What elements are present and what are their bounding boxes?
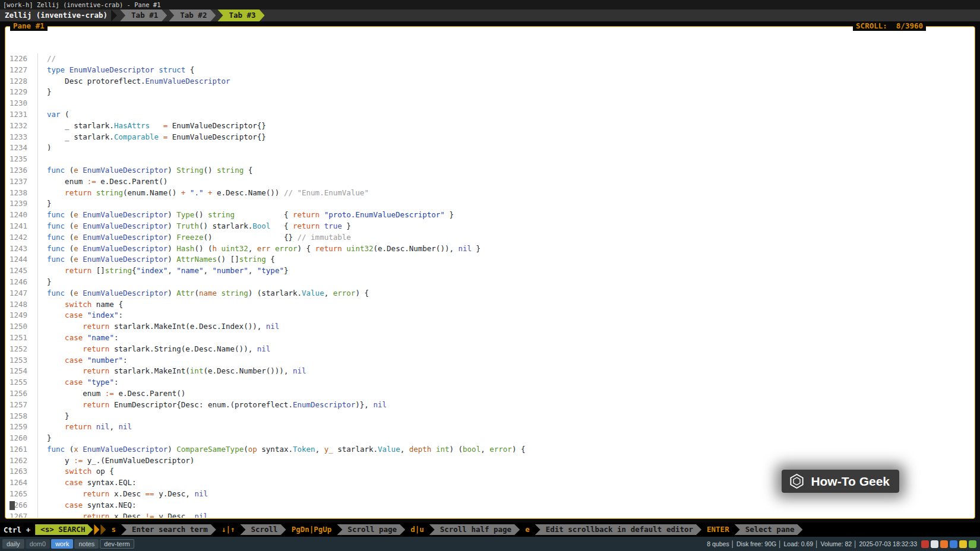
session-name: Zellij (inventive-crab)	[0, 10, 111, 21]
keybar-key-e: e	[525, 524, 530, 535]
tab-tab-1[interactable]: Tab #1	[120, 10, 167, 21]
line-number: 1235	[6, 154, 38, 165]
code-line: 1267 return x.Desc != y.Desc, nil	[6, 511, 974, 518]
tray-network-icon[interactable]	[950, 540, 957, 548]
workspace-notes[interactable]: notes	[74, 539, 99, 549]
line-number: 1255	[6, 377, 38, 388]
line-number: 1228	[6, 76, 38, 87]
code-line: 1232 _ starlark.HasAttrs = EnumValueDesc…	[6, 121, 974, 132]
code-line: 1249 case "index":	[6, 310, 974, 321]
separator-arrow-icon	[111, 10, 117, 21]
code-line: 1230	[6, 98, 974, 109]
status-right: 8 qubes │ Disk free: 90G │ Load: 0.69 │ …	[707, 540, 978, 548]
keybar-prefix: Ctrl +	[4, 525, 30, 534]
line-number: 1236	[6, 165, 38, 176]
tab-bar: Zellij (inventive-crab) Tab #1Tab #2Tab …	[0, 10, 980, 21]
code-line: 1231var (	[6, 109, 974, 121]
workspace-dev-term[interactable]: dev-term	[100, 539, 134, 549]
code-line: 1266 case syntax.NEQ:	[6, 500, 974, 511]
keybinding-bar: Ctrl + <s> SEARCH sEnter search term↓|↑S…	[0, 522, 980, 537]
system-stats: 8 qubes │ Disk free: 90G │ Load: 0.69 │ …	[707, 540, 917, 547]
line-number: 1244	[6, 254, 38, 265]
code-line: 1234)	[6, 142, 974, 154]
line-number: 1229	[6, 87, 38, 98]
code-line: 1256 enum := e.Desc.Parent()	[6, 388, 974, 400]
keybar-action-scroll-page[interactable]: Scroll page	[337, 524, 405, 535]
keybar-action-select-pane[interactable]: Select pane	[735, 524, 803, 535]
code-line: 1244func (e EnumValueDescriptor) AttrNam…	[6, 254, 974, 265]
tray-devices-icon[interactable]	[940, 540, 948, 548]
line-number: 1251	[6, 332, 38, 344]
line-number: 1226	[6, 53, 38, 65]
window-title: [work-h] Zellij (inventive-crab) - Pane …	[3, 1, 161, 8]
code-line: 1241func (e EnumValueDescriptor) Truth()…	[6, 221, 974, 232]
pane-1[interactable]: Pane #1 SCROLL: 8/3960 1226//1227type En…	[5, 26, 975, 519]
code-viewport[interactable]: 1226//1227type EnumValueDescriptor struc…	[6, 27, 974, 518]
keybar-key-s: s	[111, 524, 116, 535]
search-mode-badge[interactable]: <s> SEARCH	[35, 524, 93, 535]
keybar-action-enter-search-term[interactable]: Enter search term	[121, 524, 216, 535]
code-line: 1240func (e EnumValueDescriptor) Type() …	[6, 210, 974, 221]
code-line: 1251 case "name":	[6, 332, 974, 344]
tray-volume-icon[interactable]	[959, 540, 967, 548]
code-line: 1243func (e EnumValueDescriptor) Hash() …	[6, 243, 974, 255]
line-number: 1234	[6, 142, 38, 154]
line-number: 1248	[6, 299, 38, 311]
workspace-list: dailydom0worknotesdev-term	[2, 539, 135, 549]
tray-clipboard-icon[interactable]	[931, 540, 938, 548]
workspace-work[interactable]: work	[51, 539, 73, 549]
line-number: 1231	[6, 109, 38, 121]
workspace-dom0[interactable]: dom0	[26, 539, 50, 549]
tab-list: Tab #1Tab #2Tab #3	[118, 10, 264, 21]
code-line: 1233 _ starlark.Comparable = EnumValueDe…	[6, 132, 974, 143]
code-line: 1229}	[6, 87, 974, 98]
code-line: 1246}	[6, 277, 974, 288]
tab-tab-3[interactable]: Tab #3	[217, 10, 264, 21]
line-number: 1252	[6, 344, 38, 355]
code-line: 1235	[6, 154, 974, 165]
tab-tab-2[interactable]: Tab #2	[169, 10, 216, 21]
line-number: 1227	[6, 65, 38, 76]
code-line: 1259 return nil, nil	[6, 422, 974, 433]
howtogeek-watermark: How-To Geek	[782, 470, 899, 493]
line-number: 1241	[6, 221, 38, 232]
line-number: 1238	[6, 188, 38, 199]
tray-updates-icon[interactable]	[921, 540, 929, 548]
line-number: 1247	[6, 288, 38, 299]
line-number: 1258	[6, 411, 38, 422]
code-line: 1239}	[6, 198, 974, 210]
line-number: 1261	[6, 444, 38, 455]
line-number: 1249	[6, 310, 38, 321]
watermark-text: How-To Geek	[811, 474, 890, 489]
line-number: 1259	[6, 422, 38, 433]
howtogeek-hexagon-logo-icon	[789, 473, 805, 489]
line-number: 1264	[6, 477, 38, 489]
line-number: 1257	[6, 400, 38, 411]
line-number: 1256	[6, 388, 38, 400]
keybar-key-pgdn-pgup: PgDn|PgUp	[292, 524, 332, 535]
line-number: 1260	[6, 433, 38, 444]
code-line: 1261func (x EnumValueDescriptor) Compare…	[6, 444, 974, 455]
code-line: 1247func (e EnumValueDescriptor) Attr(na…	[6, 288, 974, 299]
code-line: 1242func (e EnumValueDescriptor) Freeze(…	[6, 232, 974, 243]
keybar-hints: sEnter search term↓|↑ScrollPgDn|PgUpScro…	[106, 524, 802, 535]
code-line: 1245 return []string{"index", "name", "n…	[6, 265, 974, 277]
code-lines: 1226//1227type EnumValueDescriptor struc…	[6, 53, 974, 518]
line-number: 1262	[6, 455, 38, 467]
tray-domains-icon[interactable]	[969, 540, 976, 548]
cursor	[10, 501, 15, 510]
keybar-action-edit-scrollback-in-default-editor[interactable]: Edit scrollback in default editor	[535, 524, 701, 535]
code-line: 1262 y := y_.(EnumValueDescriptor)	[6, 455, 974, 467]
line-number: 1237	[6, 176, 38, 188]
keybar-action-scroll[interactable]: Scroll	[240, 524, 286, 535]
mode-arrow-icon	[100, 524, 106, 535]
code-line: 1254 return starlark.MakeInt(int(e.Desc.…	[6, 366, 974, 377]
workspace-daily[interactable]: daily	[2, 539, 24, 549]
qubes-status-bar: dailydom0worknotesdev-term 8 qubes │ Dis…	[0, 537, 980, 551]
code-line: 1250 return starlark.MakeInt(e.Desc.Inde…	[6, 321, 974, 332]
code-line: 1252 return starlark.String(e.Desc.Name(…	[6, 344, 974, 355]
code-line: 1238 return string(enum.Name() + "." + e…	[6, 188, 974, 199]
keybar-action-scroll-half-page[interactable]: Scroll half page	[429, 524, 520, 535]
line-number: 1245	[6, 265, 38, 277]
line-number: 1253	[6, 355, 38, 366]
